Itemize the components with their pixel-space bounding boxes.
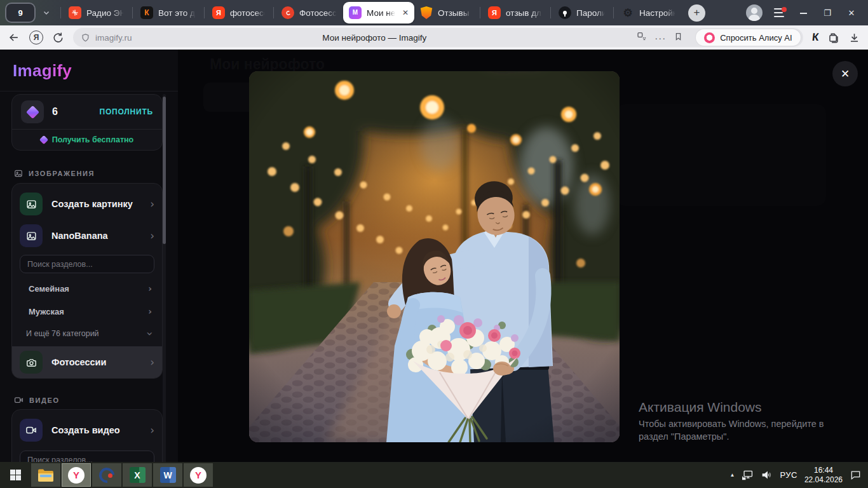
tab-kontur[interactable]: К Вот это др bbox=[135, 3, 202, 23]
sidebar-scrollbar[interactable] bbox=[163, 94, 166, 485]
tab-reviews[interactable]: Отзывы о bbox=[414, 3, 478, 23]
refresh-button[interactable] bbox=[52, 32, 64, 44]
tray-caret-up-icon[interactable]: ▲ bbox=[729, 472, 735, 478]
imagify-sidebar: Imagify 6 ПОПОЛНИТЬ Получить бесплатно И… bbox=[0, 50, 178, 488]
sections-search-input[interactable] bbox=[20, 255, 154, 273]
browser-menu-icon[interactable] bbox=[774, 8, 785, 17]
profile-avatar[interactable] bbox=[746, 4, 763, 21]
create-video-item[interactable]: Создать видео › bbox=[20, 415, 154, 445]
modal-close-button[interactable]: ✕ bbox=[832, 61, 858, 86]
tab-title: Мои ней bbox=[367, 8, 396, 18]
tab-close-icon[interactable]: ✕ bbox=[402, 8, 409, 17]
more-categories-item[interactable]: И ещё 76 категорий › bbox=[26, 325, 152, 342]
alice-label: Спросить Алису AI bbox=[720, 33, 792, 43]
tab-yandex-photo[interactable]: Я фотосесси bbox=[207, 3, 271, 23]
chevron-right-icon: › bbox=[148, 284, 152, 293]
generated-neurophoto bbox=[249, 71, 620, 442]
item-label: NanoBanana bbox=[51, 231, 108, 241]
address-bar[interactable]: imagify.ru Мои нейрофото — Imagify ··· С… bbox=[73, 28, 803, 47]
ghost-page-heading: Мои нейрофото bbox=[210, 56, 325, 73]
tab-title: Вот это др bbox=[158, 8, 196, 18]
chevron-right-icon: › bbox=[150, 231, 154, 241]
window-minimize-button[interactable] bbox=[797, 8, 810, 18]
create-image-item[interactable]: Создать картинку › bbox=[20, 189, 154, 219]
windows-taskbar: Y X W Y ▲ РУС 16:44 22.04.2026 bbox=[0, 462, 868, 488]
tab-imagify-active[interactable]: M Мои ней ✕ bbox=[343, 2, 414, 24]
system-tray: ▲ РУС 16:44 22.04.2026 bbox=[729, 466, 868, 485]
blue-c-icon bbox=[98, 467, 115, 484]
yandex-browser-icon: Y bbox=[190, 467, 207, 484]
imagify-logo[interactable]: Imagify bbox=[13, 61, 72, 81]
language-indicator[interactable]: РУС bbox=[780, 470, 797, 480]
category-family-item[interactable]: Семейная › bbox=[29, 279, 152, 298]
window-maximize-button[interactable]: ❐ bbox=[821, 8, 834, 18]
taskbar-file-explorer[interactable] bbox=[31, 463, 60, 487]
network-icon[interactable] bbox=[742, 470, 754, 480]
browser-toolbar: Я imagify.ru Мои нейрофото — Imagify ··· bbox=[0, 25, 868, 50]
taskbar-yandex-browser-2[interactable]: Y bbox=[184, 463, 213, 487]
tab-passwords[interactable]: Пароли bbox=[553, 3, 611, 23]
taskbar-excel[interactable]: X bbox=[123, 463, 152, 487]
tab-settings[interactable]: ⚙ Настройки bbox=[616, 3, 682, 23]
topup-button[interactable]: ПОПОЛНИТЬ bbox=[100, 107, 154, 116]
taskbar-yandex-browser-active[interactable]: Y bbox=[62, 463, 91, 487]
tab-title: фотосесси bbox=[230, 8, 266, 18]
notification-center-icon[interactable] bbox=[850, 470, 862, 480]
video-section-label: ВИДЕО bbox=[14, 395, 60, 405]
yandex-home-icon[interactable]: Я bbox=[29, 30, 43, 44]
item-label: Создать видео bbox=[51, 425, 120, 435]
get-free-button[interactable]: Получить бесплатно bbox=[12, 129, 162, 150]
photosessions-item[interactable]: Фотосессии › bbox=[12, 346, 162, 378]
chevron-right-icon: › bbox=[148, 307, 152, 316]
yandex-browser-icon: Y bbox=[68, 467, 85, 484]
alice-icon bbox=[704, 32, 715, 43]
site-shield-icon[interactable] bbox=[81, 33, 90, 43]
nanobanana-item[interactable]: NanoBanana › bbox=[20, 220, 154, 251]
more-actions-icon[interactable]: ··· bbox=[654, 32, 666, 43]
folder-icon bbox=[37, 468, 54, 482]
desktop: 9 Радио ЭНЕ К Вот это др Я фотосесси Фот… bbox=[0, 0, 868, 488]
taskbar-clock[interactable]: 16:44 22.04.2026 bbox=[804, 466, 843, 485]
tab-counter-button[interactable]: 9 bbox=[6, 4, 34, 22]
chevron-right-icon: › bbox=[150, 199, 154, 210]
collections-icon[interactable] bbox=[827, 32, 839, 44]
image-icon bbox=[14, 169, 23, 178]
tab-review-for[interactable]: Я отзыв для bbox=[482, 3, 548, 23]
translate-page-icon[interactable] bbox=[637, 31, 647, 44]
category-male-item[interactable]: Мужская › bbox=[29, 302, 152, 321]
page-title: Мои нейрофото — Imagify bbox=[137, 33, 613, 43]
ghost-block bbox=[616, 104, 826, 206]
tab-photosession[interactable]: Фотосесси bbox=[276, 3, 343, 23]
url-text[interactable]: imagify.ru bbox=[95, 33, 132, 43]
category-label: Семейная bbox=[29, 284, 69, 294]
modal-overlay[interactable]: Мои нейрофото bbox=[178, 50, 868, 488]
shield-icon bbox=[420, 6, 433, 19]
new-tab-button[interactable]: + bbox=[688, 4, 705, 22]
excel-icon: X bbox=[130, 467, 146, 483]
volume-icon[interactable] bbox=[761, 470, 773, 480]
downloads-icon[interactable] bbox=[848, 32, 860, 44]
tab-radio-energy[interactable]: Радио ЭНЕ bbox=[63, 3, 130, 23]
address-bar-actions: ··· Спросить Алису AI bbox=[637, 29, 800, 46]
window-close-button[interactable]: ✕ bbox=[845, 8, 858, 18]
scrollbar-thumb[interactable] bbox=[163, 97, 166, 244]
back-button[interactable] bbox=[8, 31, 20, 44]
tab-divider bbox=[273, 7, 274, 18]
yandex-icon: Я bbox=[212, 6, 225, 19]
kontur-icon: К bbox=[140, 6, 153, 19]
windows-logo-icon bbox=[10, 470, 21, 480]
time: 16:44 bbox=[804, 466, 843, 475]
taskbar-word[interactable]: W bbox=[153, 463, 182, 487]
ask-alice-button[interactable]: Спросить Алису AI bbox=[696, 29, 800, 46]
kinopoisk-icon[interactable]: К bbox=[811, 31, 819, 44]
bookmark-icon[interactable] bbox=[674, 32, 683, 44]
taskbar-kontur-app[interactable] bbox=[92, 463, 121, 487]
start-button[interactable] bbox=[0, 462, 31, 488]
watermark-title: Активация Windows bbox=[639, 400, 824, 415]
neurophoto-art bbox=[249, 71, 620, 442]
tab-divider bbox=[132, 7, 133, 18]
tab-count: 9 bbox=[18, 8, 22, 18]
browser-tab-bar: 9 Радио ЭНЕ К Вот это др Я фотосесси Фот… bbox=[0, 0, 868, 25]
tab-list-chevron-icon[interactable] bbox=[37, 4, 56, 22]
tab-title: Настройки bbox=[639, 8, 676, 18]
